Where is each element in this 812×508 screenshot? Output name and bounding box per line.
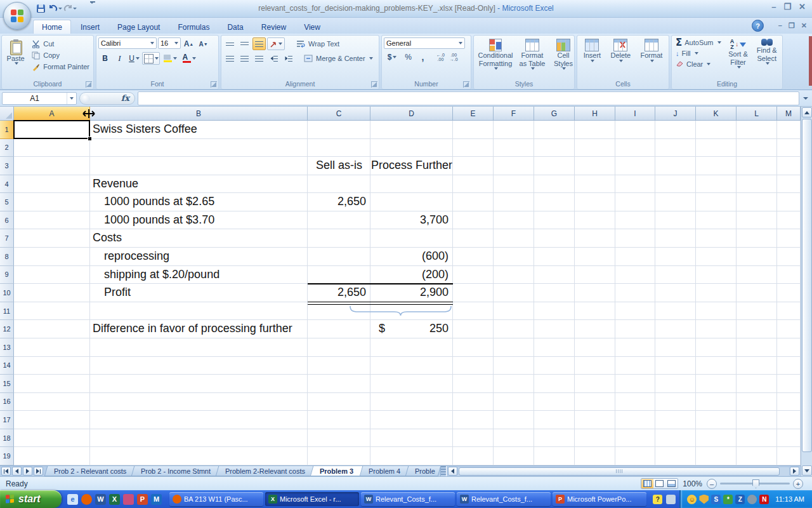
horizontal-scrollbar[interactable]	[458, 467, 789, 476]
cell-B1[interactable]: Swiss Sisters Coffee	[93, 121, 197, 139]
zoom-slider[interactable]	[720, 483, 790, 485]
cell-D8[interactable]: (600)	[370, 248, 449, 266]
sheet-tab-prob-2-relevant-costs[interactable]: Prob 2 - Relevant costs	[44, 466, 136, 476]
column-header-G[interactable]: G	[534, 107, 575, 121]
scroll-up-button[interactable]	[802, 107, 812, 117]
scroll-right-button[interactable]	[790, 467, 799, 476]
row-header-13[interactable]: 13	[0, 338, 14, 357]
next-sheet-button[interactable]	[23, 467, 32, 476]
clear-button[interactable]: Clear	[674, 59, 723, 69]
zoom-in-button[interactable]: +	[793, 479, 803, 489]
format-cells-button[interactable]: Format	[639, 37, 664, 79]
name-box[interactable]: A1	[2, 92, 77, 105]
netscape-icon[interactable]: N	[759, 495, 769, 504]
cell-B7[interactable]: Costs	[93, 229, 122, 248]
column-header-E[interactable]: E	[453, 107, 494, 121]
column-header-B[interactable]: B	[90, 107, 308, 121]
row-header-12[interactable]: 12	[0, 320, 14, 338]
cell-D6[interactable]: 3,700	[370, 211, 449, 230]
sheet-tab-problem-2-relevant-costs[interactable]: Problem 2-Relevant costs	[216, 466, 315, 476]
percent-style-button[interactable]: %	[402, 51, 415, 64]
volume-icon[interactable]	[747, 495, 757, 504]
row-header-2[interactable]: 2	[0, 139, 14, 157]
word-icon[interactable]: W	[95, 494, 106, 505]
comma-style-button[interactable]: ,	[416, 51, 429, 64]
formula-input[interactable]	[138, 91, 799, 105]
undo-button[interactable]	[49, 2, 62, 15]
undo-dropdown-icon[interactable]	[58, 8, 62, 10]
cut-button[interactable]: Cut	[29, 39, 91, 49]
italic-button[interactable]: I	[113, 52, 126, 65]
minimize-button[interactable]: –	[771, 3, 776, 11]
insert-cells-button[interactable]: Insert	[582, 37, 603, 79]
shield-icon[interactable]	[699, 495, 709, 504]
column-header-J[interactable]: J	[655, 107, 696, 121]
sort-filter-button[interactable]: AZ↓ Sort & Filter	[724, 37, 752, 79]
find-select-button[interactable]: Find & Select	[754, 37, 780, 79]
ribbon-tab-review[interactable]: Review	[253, 20, 294, 34]
column-header-M[interactable]: M	[777, 107, 801, 121]
row-header-16[interactable]: 16	[0, 393, 14, 411]
bottom-align-button[interactable]	[252, 37, 266, 50]
workbook-close-button[interactable]: ✕	[801, 21, 807, 30]
taskbar-button-microsoft-powerpo[interactable]: PMicrosoft PowerPo...	[553, 492, 646, 506]
grow-font-button[interactable]: A▲	[182, 37, 195, 50]
sheet-tab-prob-2-income-stmnt[interactable]: Prob 2 - Income Stmnt	[131, 466, 221, 476]
office-button[interactable]	[3, 2, 31, 30]
align-left-button[interactable]	[223, 52, 237, 65]
column-header-F[interactable]: F	[494, 107, 534, 121]
underline-button[interactable]: U	[128, 52, 141, 65]
delete-cells-button[interactable]: Delete	[609, 37, 632, 79]
powerpoint-icon[interactable]: P	[137, 494, 148, 505]
number-format-combo[interactable]: General	[384, 37, 465, 49]
sheet-tab-problem-4[interactable]: Problem 4	[358, 466, 410, 476]
cell-B9[interactable]: shipping at $.20/pound	[104, 266, 219, 284]
cell-C10[interactable]: 2,650	[308, 284, 366, 302]
format-as-table-button[interactable]: Format as Table	[516, 37, 548, 79]
row-header-3[interactable]: 3	[0, 157, 14, 175]
smiley-icon[interactable]: ☺	[687, 495, 697, 504]
cell-styles-button[interactable]: Cell Styles	[549, 37, 577, 79]
row-header-8[interactable]: 8	[0, 248, 14, 266]
redo-button[interactable]	[63, 2, 77, 15]
row-header-10[interactable]: 10	[0, 284, 14, 302]
cell-B10[interactable]: Profit	[104, 284, 131, 302]
borders-button[interactable]	[142, 52, 160, 65]
taskbar-button-microsoft-excel-r[interactable]: XMicrosoft Excel - r...	[265, 492, 359, 506]
ribbon-tab-data[interactable]: Data	[219, 20, 251, 34]
column-header-L[interactable]: L	[737, 107, 777, 121]
msn-icon[interactable]: S	[711, 495, 721, 504]
conditional-formatting-button[interactable]: Conditional Formatting	[476, 37, 515, 79]
insert-function-button[interactable]: fx	[79, 92, 135, 105]
start-button[interactable]: start	[0, 490, 62, 508]
fill-color-button[interactable]	[161, 52, 179, 65]
column-header-C[interactable]: C	[308, 107, 370, 121]
row-header-9[interactable]: 9	[0, 266, 14, 284]
row-header-1[interactable]: 1	[0, 121, 14, 139]
ribbon-tab-formulas[interactable]: Formulas	[169, 20, 218, 34]
number-dialog-launcher[interactable]	[463, 81, 469, 88]
decrease-indent-button[interactable]	[267, 52, 280, 65]
normal-view-button[interactable]	[641, 479, 653, 488]
format-painter-button[interactable]: Format Painter	[29, 62, 91, 72]
cell-B5[interactable]: 1000 pounds at $2.65	[104, 193, 214, 211]
top-align-button[interactable]	[223, 37, 237, 50]
last-sheet-button[interactable]	[34, 467, 43, 476]
row-header-6[interactable]: 6	[0, 211, 14, 230]
merge-center-button[interactable]: Merge & Center	[301, 53, 375, 64]
name-box-dropdown-icon[interactable]	[67, 93, 76, 104]
increase-indent-button[interactable]	[282, 52, 295, 65]
column-header-I[interactable]: I	[615, 107, 655, 121]
firefox-icon[interactable]	[81, 494, 92, 505]
row-header-7[interactable]: 7	[0, 229, 14, 248]
column-header-D[interactable]: D	[370, 107, 453, 121]
ie-icon[interactable]: e	[67, 494, 78, 505]
taskbar-button-relevant-costs-f[interactable]: WRelevant_Costs_f...	[457, 492, 551, 506]
cell-D3[interactable]: Process Further	[370, 157, 453, 175]
customize-qat-button[interactable]	[86, 2, 99, 15]
align-center-button[interactable]	[238, 52, 251, 65]
first-sheet-button[interactable]	[1, 467, 11, 476]
previous-sheet-button[interactable]	[12, 467, 22, 476]
cell-C3[interactable]: Sell as-is	[308, 157, 370, 175]
row-header-18[interactable]: 18	[0, 429, 14, 448]
